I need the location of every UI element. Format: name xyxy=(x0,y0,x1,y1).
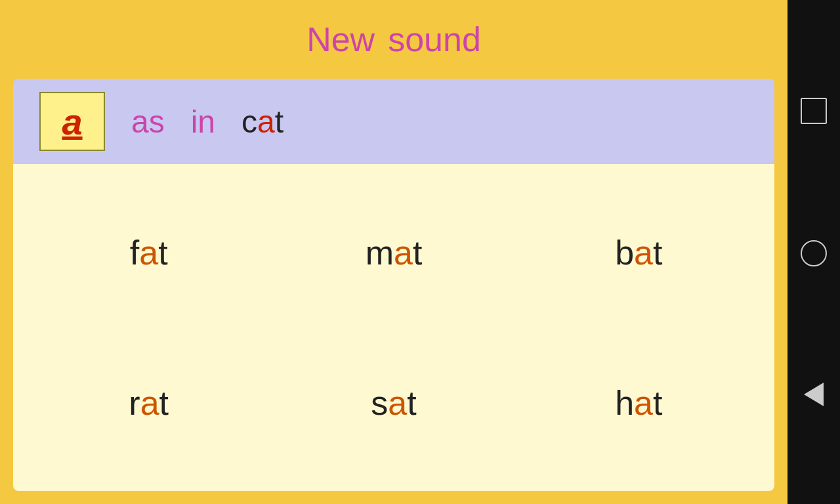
rat-suffix: t xyxy=(159,384,169,422)
cat-suffix: t xyxy=(275,104,284,139)
header: New sound xyxy=(0,0,788,79)
lesson-area: a as in cat fat mat bat rat sat xyxy=(13,79,774,491)
letter-box[interactable]: a xyxy=(39,92,105,151)
mat-highlight: a xyxy=(394,234,413,272)
hat-prefix: h xyxy=(615,384,634,422)
main-content: New sound a as in cat fat mat bat ra xyxy=(0,0,788,504)
back-button[interactable] xyxy=(804,383,824,406)
cat-highlight: a xyxy=(257,104,275,139)
back-icon xyxy=(804,383,824,406)
example-word-as: as xyxy=(131,104,165,140)
sat-highlight: a xyxy=(388,384,407,422)
fat-highlight: a xyxy=(139,234,158,272)
circle-button[interactable] xyxy=(801,240,827,266)
rat-prefix: r xyxy=(129,384,140,422)
word-bat[interactable]: bat xyxy=(615,233,662,272)
fat-prefix: f xyxy=(130,234,139,272)
word-mat[interactable]: mat xyxy=(366,233,423,272)
bat-prefix: b xyxy=(615,234,634,272)
word-fat[interactable]: fat xyxy=(130,233,168,272)
square-button[interactable] xyxy=(801,98,827,124)
word-hat[interactable]: hat xyxy=(615,383,662,423)
hat-highlight: a xyxy=(634,384,653,422)
sat-suffix: t xyxy=(407,384,416,422)
mat-prefix: m xyxy=(366,234,394,272)
sound-bar: a as in cat xyxy=(13,79,774,164)
rat-highlight: a xyxy=(140,384,159,422)
bat-suffix: t xyxy=(653,234,662,272)
example-word-cat: cat xyxy=(242,104,284,140)
header-sound-label: sound xyxy=(388,20,481,59)
example-word-in: in xyxy=(191,104,215,140)
letter-display: a xyxy=(62,100,82,143)
word-rat[interactable]: rat xyxy=(129,383,169,423)
sat-prefix: s xyxy=(371,384,388,422)
word-sat[interactable]: sat xyxy=(371,383,416,423)
sidebar xyxy=(788,0,840,504)
hat-suffix: t xyxy=(653,384,662,422)
words-grid: fat mat bat rat sat hat xyxy=(13,164,774,491)
header-new-label: New xyxy=(306,20,375,59)
bat-highlight: a xyxy=(634,234,653,272)
mat-suffix: t xyxy=(413,234,422,272)
cat-prefix: c xyxy=(242,104,257,139)
fat-suffix: t xyxy=(158,234,167,272)
